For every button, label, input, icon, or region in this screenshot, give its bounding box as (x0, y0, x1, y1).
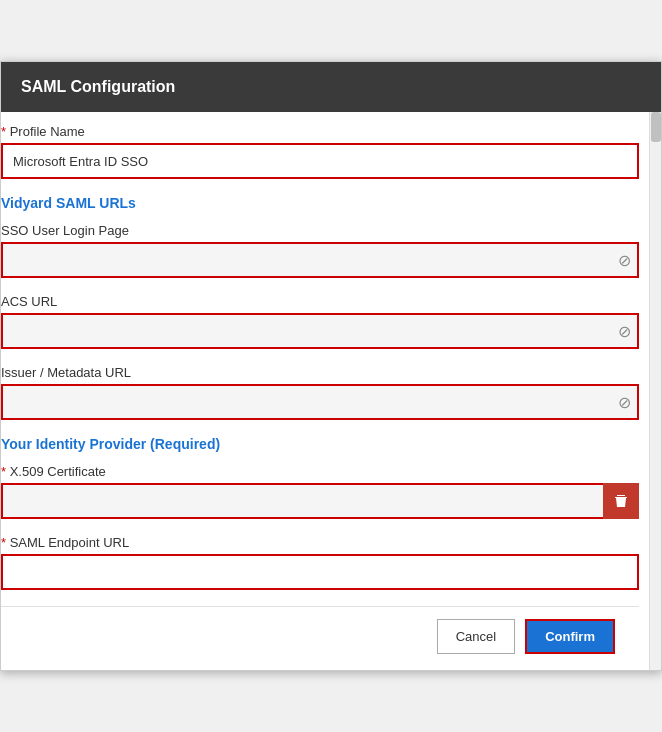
form-content: Profile Name Vidyard SAML URLs SSO User … (1, 112, 649, 670)
scrollbar-thumb (651, 112, 661, 142)
saml-endpoint-input[interactable] (1, 554, 639, 590)
sso-login-input[interactable] (1, 242, 639, 278)
trash-icon (613, 493, 629, 509)
acs-url-label: ACS URL (1, 294, 639, 309)
sso-login-group: SSO User Login Page ⊘ (1, 223, 639, 278)
x509-group: X.509 Certificate (1, 464, 639, 519)
modal-header: SAML Configuration (1, 62, 661, 112)
saml-config-modal: SAML Configuration Profile Name Vidyard … (0, 61, 662, 671)
profile-name-group: Profile Name (1, 124, 639, 179)
x509-input-wrapper (1, 483, 639, 519)
issuer-url-label: Issuer / Metadata URL (1, 365, 639, 380)
scrollbar-track[interactable] (649, 112, 661, 670)
acs-url-group: ACS URL ⊘ (1, 294, 639, 349)
issuer-url-group: Issuer / Metadata URL ⊘ (1, 365, 639, 420)
x509-delete-button[interactable] (603, 483, 639, 519)
confirm-button[interactable]: Confirm (525, 619, 615, 654)
profile-name-input-wrapper (1, 143, 639, 179)
modal-title: SAML Configuration (21, 78, 175, 95)
issuer-url-input-wrapper: ⊘ (1, 384, 639, 420)
x509-label: X.509 Certificate (1, 464, 639, 479)
acs-url-input[interactable] (1, 313, 639, 349)
x509-input[interactable] (1, 483, 639, 519)
modal-footer: Cancel Confirm (1, 606, 639, 670)
sso-login-input-wrapper: ⊘ (1, 242, 639, 278)
acs-url-input-wrapper: ⊘ (1, 313, 639, 349)
saml-endpoint-group: SAML Endpoint URL (1, 535, 639, 590)
profile-name-label: Profile Name (1, 124, 639, 139)
identity-provider-section-title: Your Identity Provider (Required) (1, 436, 639, 452)
saml-endpoint-input-wrapper (1, 554, 639, 590)
modal-body-area: Profile Name Vidyard SAML URLs SSO User … (1, 112, 661, 670)
saml-endpoint-label: SAML Endpoint URL (1, 535, 639, 550)
cancel-button[interactable]: Cancel (437, 619, 515, 654)
profile-name-input[interactable] (1, 143, 639, 179)
sso-login-label: SSO User Login Page (1, 223, 639, 238)
issuer-url-input[interactable] (1, 384, 639, 420)
vidyard-saml-section-title: Vidyard SAML URLs (1, 195, 639, 211)
